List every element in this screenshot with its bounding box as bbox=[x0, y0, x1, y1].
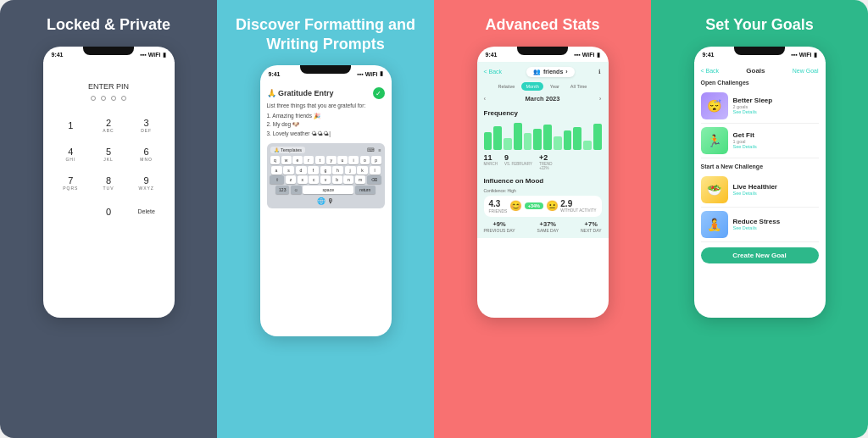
template-button[interactable]: 🙏 Templates bbox=[270, 147, 306, 153]
key-3[interactable]: 3DEF bbox=[129, 113, 164, 138]
key-l[interactable]: l bbox=[370, 166, 381, 175]
friends-pill[interactable]: 👥 friends › bbox=[526, 67, 575, 77]
key-m[interactable]: m bbox=[355, 175, 365, 184]
key-4[interactable]: 4GHI bbox=[53, 141, 88, 167]
key-e[interactable]: e bbox=[292, 156, 303, 164]
key-y[interactable]: y bbox=[326, 156, 337, 164]
key-s[interactable]: s bbox=[283, 166, 294, 175]
sleep-link[interactable]: See Details bbox=[733, 109, 819, 114]
same-label: SAME DAY bbox=[537, 228, 559, 233]
goals-back[interactable]: < Back bbox=[701, 68, 720, 74]
key-o[interactable]: o bbox=[360, 156, 370, 164]
list-item-1: 1. Amazing friends 🎉 bbox=[267, 112, 385, 120]
fit-link[interactable]: See Details bbox=[733, 144, 819, 149]
march-stat: 11 MARCH bbox=[484, 153, 498, 170]
key-shift[interactable]: ⇧ bbox=[270, 175, 284, 184]
tab-relative[interactable]: Relative bbox=[494, 82, 520, 91]
prev-month-icon[interactable]: ‹ bbox=[484, 95, 487, 103]
key-emoji[interactable]: ☺ bbox=[291, 186, 302, 194]
key-k[interactable]: k bbox=[357, 166, 368, 175]
battery-icon-3: ▮ bbox=[597, 52, 600, 58]
mood-title: Influence on Mood bbox=[484, 177, 602, 185]
period-tabs: Relative Month Year All Time bbox=[484, 82, 602, 91]
key-backspace[interactable]: ⌫ bbox=[367, 175, 381, 184]
healthy-name: Live Healthier bbox=[733, 183, 819, 191]
march-label: MARCH bbox=[484, 162, 498, 166]
key-c[interactable]: c bbox=[309, 175, 319, 184]
key-i[interactable]: i bbox=[348, 156, 359, 164]
key-p[interactable]: p bbox=[371, 156, 381, 164]
tab-month[interactable]: Month bbox=[521, 82, 542, 91]
prev-pct: +9% bbox=[484, 220, 515, 228]
battery-icon-2: ▮ bbox=[380, 70, 383, 77]
mood-section: Influence on Mood Confidence: High 4.3 F… bbox=[484, 177, 602, 233]
status-icons-1: ▪▪▪ WiFi ▮ bbox=[140, 52, 165, 58]
key-2[interactable]: 2ABC bbox=[92, 113, 126, 138]
stress-link[interactable]: See Details bbox=[733, 225, 819, 230]
freq-bar bbox=[564, 130, 572, 150]
freq-bar bbox=[554, 136, 562, 150]
key-g[interactable]: g bbox=[320, 166, 331, 175]
freq-bar bbox=[573, 127, 581, 149]
stats-back[interactable]: < Back bbox=[484, 69, 503, 75]
vs-label: VS. FEBRUARY bbox=[504, 162, 532, 166]
key-5[interactable]: 5JKL bbox=[92, 141, 126, 167]
panel2-title: Discover Formatting and Writing Prompts bbox=[229, 15, 422, 53]
freq-bar bbox=[504, 138, 512, 150]
key-space[interactable]: space bbox=[303, 186, 353, 194]
key-6[interactable]: 6MNO bbox=[129, 141, 164, 167]
key-r[interactable]: r bbox=[303, 156, 314, 164]
key-1[interactable]: 1 bbox=[53, 113, 88, 138]
status-time-1: 9:41 bbox=[52, 52, 64, 58]
enter-pin-label: ENTER PIN bbox=[88, 82, 129, 91]
key-return[interactable]: return bbox=[355, 186, 376, 194]
key-f[interactable]: f bbox=[308, 166, 319, 175]
key-n[interactable]: n bbox=[343, 175, 353, 184]
key-b[interactable]: b bbox=[332, 175, 342, 184]
key-9[interactable]: 9WXYZ bbox=[129, 170, 164, 196]
key-x[interactable]: x bbox=[298, 175, 308, 184]
freq-bar bbox=[583, 141, 592, 150]
stats-nav: < Back 👥 friends › ℹ bbox=[484, 67, 602, 77]
month-label: March 2023 bbox=[526, 95, 560, 103]
new-goal-link[interactable]: New Goal bbox=[793, 68, 819, 74]
goals-nav: < Back Goals New Goal bbox=[701, 67, 819, 75]
status-icons-2: ▪▪▪ WiFi ▮ bbox=[357, 70, 382, 77]
fit-name: Get Fit bbox=[733, 131, 819, 139]
key-delete[interactable]: Delete bbox=[129, 199, 164, 225]
goals-screen: < Back Goals New Goal Open Challenges 😴 … bbox=[694, 62, 826, 269]
list-icon: ≡ bbox=[378, 147, 381, 152]
healthy-link[interactable]: See Details bbox=[733, 191, 819, 196]
tab-year[interactable]: Year bbox=[546, 82, 564, 91]
pin-dot-2 bbox=[101, 96, 106, 101]
gratitude-list: 1. Amazing friends 🎉 2. My dog 🐶 3. Love… bbox=[267, 112, 385, 138]
key-8[interactable]: 8TUV bbox=[92, 170, 126, 196]
key-a[interactable]: a bbox=[271, 166, 282, 175]
key-7[interactable]: 7PQRS bbox=[53, 170, 88, 196]
key-v[interactable]: v bbox=[320, 175, 331, 184]
key-z[interactable]: z bbox=[286, 175, 296, 184]
key-123[interactable]: 123 bbox=[275, 186, 289, 194]
panel1-title: Locked & Private bbox=[47, 15, 170, 35]
next-stat: +7% NEXT DAY bbox=[581, 220, 602, 233]
key-h[interactable]: h bbox=[332, 166, 343, 175]
open-challenges-label: Open Challenges bbox=[701, 80, 819, 86]
freq-bar bbox=[533, 129, 542, 150]
key-0[interactable]: 0 bbox=[92, 199, 126, 225]
status-icons-3: ▪▪▪ WiFi ▮ bbox=[574, 52, 599, 58]
key-j[interactable]: j bbox=[345, 166, 356, 175]
stress-image: 🧘 bbox=[701, 211, 728, 238]
key-t[interactable]: t bbox=[315, 156, 326, 164]
tab-alltime[interactable]: All Time bbox=[566, 82, 592, 91]
healthy-text: Live Healthier See Details bbox=[733, 183, 819, 196]
create-goal-button[interactable]: Create New Goal bbox=[701, 247, 819, 263]
key-w[interactable]: w bbox=[281, 156, 292, 164]
next-month-icon[interactable]: › bbox=[599, 95, 602, 103]
key-q[interactable]: q bbox=[270, 156, 281, 164]
signal-icon: ▪▪▪ bbox=[140, 52, 146, 58]
key-d[interactable]: d bbox=[296, 166, 307, 175]
info-icon[interactable]: ℹ bbox=[598, 69, 601, 75]
key-u[interactable]: u bbox=[337, 156, 348, 164]
next-pct: +7% bbox=[581, 220, 602, 228]
mood-row: 4.3 FRIENDS 😊 +34% 😐 2.9 WITHOUT ACTIVIT… bbox=[484, 196, 602, 217]
